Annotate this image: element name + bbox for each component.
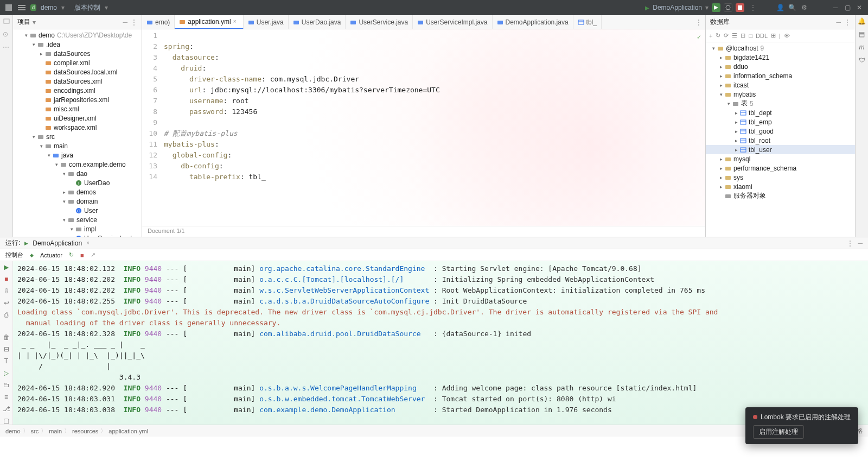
branch-icon[interactable]: ⎇ (3, 405, 10, 413)
hamburger-icon[interactable] (17, 3, 26, 12)
terminal-icon[interactable]: ▢ (3, 417, 9, 425)
editor-tab[interactable]: UserServiceImpl.java (413, 15, 492, 29)
breadcrumb-item[interactable]: application.yml (108, 428, 148, 434)
run-button[interactable] (712, 3, 720, 12)
project-tree[interactable]: ▾demoC:\Users\ZDY\Desktop\de▾.idea▸dataS… (13, 29, 142, 237)
tree-item[interactable]: ▾java (13, 150, 142, 160)
stop-button[interactable] (736, 3, 744, 12)
inspection-ok-icon[interactable]: ✓ (697, 31, 701, 42)
db-tree-item[interactable]: ▸tbl_user (706, 145, 855, 154)
more-tools-icon[interactable]: ⋯ (3, 43, 10, 51)
tree-item[interactable]: ▸demos (13, 187, 142, 197)
run-panel-menu-icon[interactable]: ⋮ (847, 239, 853, 247)
editor-tab[interactable]: emo) (142, 15, 175, 29)
database-tool-icon[interactable]: ▤ (859, 30, 865, 38)
tree-item[interactable]: jarRepositories.xml (13, 95, 142, 104)
db-tree-item[interactable]: ▾@localhost9 (706, 43, 855, 53)
project-panel-hide-icon[interactable]: ─ (123, 18, 127, 26)
tree-item[interactable]: ▾src (13, 132, 142, 141)
commit-tool-icon[interactable]: ⊙ (3, 30, 10, 38)
tree-item[interactable]: ▾com.example.demo (13, 160, 142, 169)
db-toolbar-icon[interactable]: ↻ (716, 32, 720, 39)
console-tab[interactable]: 控制台 (5, 251, 23, 259)
stop-icon[interactable]: ■ (4, 275, 8, 283)
tree-item[interactable]: ▾dao (13, 169, 142, 178)
db-toolbar-icon[interactable]: + (709, 33, 712, 39)
breadcrumb-item[interactable]: demo (5, 428, 21, 434)
tree-item[interactable]: IUserDao (13, 178, 142, 187)
project-tool-icon[interactable] (3, 17, 10, 25)
filter-icon[interactable]: ⊟ (4, 345, 9, 353)
tree-item[interactable]: dataSources.xml (13, 77, 142, 86)
db-tree-item[interactable]: ▸sys (706, 173, 855, 182)
notification-action[interactable]: 启用注解处理 (753, 425, 804, 439)
database-menu-icon[interactable]: ⋮ (844, 18, 851, 26)
close-tab-icon[interactable]: × (233, 18, 239, 24)
db-toolbar-icon[interactable]: ☰ (732, 32, 737, 39)
bookmark-icon[interactable]: 🗀 (3, 381, 10, 389)
tree-item[interactable]: ▸dataSources (13, 49, 142, 58)
tree-item[interactable]: misc.xml (13, 104, 142, 113)
tree-item[interactable]: ▾service (13, 215, 142, 224)
structure-icon[interactable]: ≡ (4, 393, 8, 401)
user-icon[interactable]: 👤 (776, 3, 784, 12)
vcs-menu[interactable]: 版本控制 (74, 3, 100, 12)
db-toolbar-icon[interactable]: ⊞ (771, 32, 776, 39)
tree-item[interactable]: ▾impl (13, 224, 142, 234)
tree-item[interactable]: encodings.xml (13, 86, 142, 95)
db-toolbar-icon[interactable]: ⊡ (741, 32, 745, 39)
tree-item[interactable]: compiler.xml (13, 58, 142, 67)
editor-tab[interactable]: UserService.java (346, 15, 413, 29)
console-output[interactable]: 2024-06-15 18:48:02.132 INFO 9440 --- [ … (13, 261, 868, 425)
breadcrumb-item[interactable]: resources (72, 428, 98, 434)
breadcrumb-item[interactable]: main (49, 428, 62, 434)
run-config-name[interactable]: DemoApplication (33, 239, 82, 247)
db-toolbar-icon[interactable]: DDL (756, 33, 768, 39)
db-tree-item[interactable]: ▸tbl_dept (706, 108, 855, 117)
tree-item[interactable]: uiDesigner.xml (13, 113, 142, 123)
export-icon[interactable]: T (4, 357, 8, 365)
db-tree-item[interactable]: ▸itcast (706, 80, 855, 90)
db-tree-item[interactable]: ▸xiaomi (706, 182, 855, 191)
db-tree-item[interactable]: ▸tbl_good (706, 127, 855, 136)
rerun-icon[interactable]: ▶ (4, 263, 9, 271)
breadcrumb-item[interactable]: src (31, 428, 39, 434)
tree-item[interactable]: CUser (13, 206, 142, 215)
close-window-icon[interactable]: ✕ (855, 3, 864, 12)
editor[interactable]: 1234567891011121314 spring: datasource: … (142, 29, 705, 226)
project-name[interactable]: demo (41, 4, 57, 11)
tree-item[interactable]: ▾.idea (13, 40, 142, 49)
run-config[interactable]: DemoApplication (653, 4, 702, 11)
gc-icon[interactable]: ▷ (4, 369, 9, 377)
print-icon[interactable]: ⎙ (4, 311, 8, 319)
db-tree-item[interactable]: ▸mysql (706, 154, 855, 163)
close-run-tab-icon[interactable]: × (86, 240, 90, 246)
notifications-tool-icon[interactable]: 🔔 (858, 17, 866, 25)
search-icon[interactable]: 🔍 (788, 3, 796, 12)
db-tree-item[interactable]: ▸tbl_root (706, 136, 855, 145)
wrap-icon[interactable]: ↩ (4, 299, 9, 307)
tree-item[interactable]: ▾main (13, 141, 142, 150)
tree-item[interactable]: workspace.xml (13, 123, 142, 132)
db-tree-item[interactable]: ▸performance_schema (706, 163, 855, 173)
db-toolbar-icon[interactable]: □ (749, 33, 752, 39)
editor-code[interactable]: spring: datasource: druid: driver-class-… (164, 29, 705, 226)
breadcrumb[interactable]: demo〉src〉main〉resources〉application.yml (5, 427, 148, 435)
shield-icon[interactable]: 🛡 (859, 56, 865, 64)
tree-item[interactable]: C UserServiceImpl (13, 234, 142, 237)
editor-tab[interactable]: tbl_ (573, 15, 602, 29)
db-tree-item[interactable]: ▸tbl_emp (706, 117, 855, 127)
tree-item[interactable]: dataSources.local.xml (13, 67, 142, 77)
editor-tab[interactable]: User.java (244, 15, 289, 29)
maven-tool-icon[interactable]: m (859, 43, 865, 51)
db-tree-item[interactable]: ▸information_schema (706, 71, 855, 80)
settings-icon[interactable]: ⚙ (800, 3, 808, 12)
db-tree-item[interactable]: ▸bigdate1421 (706, 53, 855, 62)
editor-tab[interactable]: application.yml× (175, 15, 243, 29)
debug-button[interactable] (724, 3, 732, 12)
project-panel-menu-icon[interactable]: ⋮ (131, 18, 137, 26)
db-toolbar-icon[interactable]: 👁 (784, 33, 790, 39)
run-panel-hide-icon[interactable]: ─ (858, 239, 863, 247)
actuator-tab[interactable]: Actuator (40, 252, 62, 258)
db-toolbar-icon[interactable]: | (779, 33, 781, 39)
